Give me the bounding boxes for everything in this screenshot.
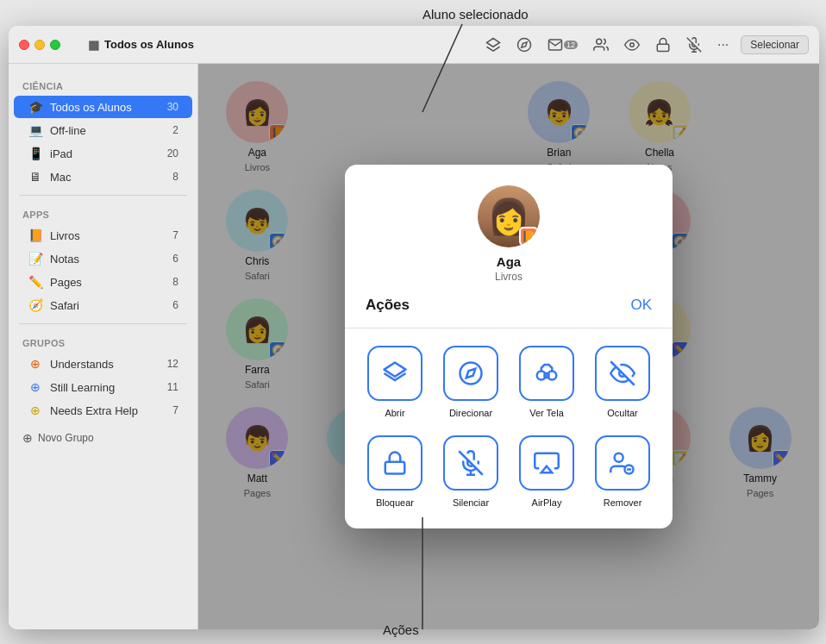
understands-icon: ⊕ (28, 357, 43, 371)
sidebar-item-todos-alunos[interactable]: 🎓 Todos os Alunos 30 (14, 96, 192, 118)
bloquear-icon-container (367, 435, 422, 491)
svg-marker-13 (466, 369, 476, 378)
sidebar-toggle-icon[interactable]: ▦ (88, 38, 99, 52)
plus-icon: ⊕ (22, 431, 33, 445)
maximize-button[interactable] (50, 40, 60, 50)
safari-icon: 🧭 (28, 298, 43, 312)
sidebar-still-learning-count: 11 (167, 381, 178, 393)
sidebar-item-livros[interactable]: 📙 Livros 7 (14, 224, 192, 247)
close-button[interactable] (19, 40, 29, 50)
layers-toolbar-button[interactable] (482, 35, 504, 54)
lock-icon (382, 450, 408, 476)
title-text: Todos os Alunos (104, 38, 194, 51)
svg-point-3 (517, 38, 530, 51)
sidebar-ipad-label: iPad (50, 147, 160, 160)
minimize-button[interactable] (34, 40, 45, 50)
actions-modal: 👩 📙 Aga Livros Ações OK (345, 165, 673, 528)
sidebar-item-ipad[interactable]: 📱 iPad 20 (14, 142, 192, 165)
modal-ok-button[interactable]: OK (630, 297, 652, 314)
sidebar-item-understands[interactable]: ⊕ Understands 12 (14, 353, 192, 375)
svg-point-5 (597, 39, 602, 44)
sidebar-needs-extra-help-label: Needs Extra Help (50, 404, 166, 417)
modal-student-app: Livros (495, 271, 523, 283)
more-toolbar-button[interactable]: ··· (714, 35, 732, 54)
sidebar-item-still-learning[interactable]: ⊕ Still Learning 11 (14, 376, 192, 398)
sidebar-notas-label: Notas (50, 253, 166, 266)
off-line-icon: 💻 (28, 123, 43, 137)
modal-overlay[interactable]: 👩 📙 Aga Livros Ações OK (198, 64, 819, 629)
sidebar-pages-label: Pages (50, 276, 166, 289)
modal-action-ocultar[interactable]: Ocultar (590, 342, 655, 422)
bloquear-label: Bloquear (376, 497, 414, 508)
mac-icon: 🖥 (28, 170, 43, 184)
titlebar-center: ▦ Todos os Alunos (71, 35, 809, 54)
sidebar-livros-label: Livros (50, 229, 166, 242)
modal-student-info: 👩 📙 Aga Livros (362, 185, 655, 283)
remove-user-icon (610, 450, 635, 476)
sidebar-section-apps: Apps (9, 203, 197, 223)
sidebar-item-needs-extra-help[interactable]: ⊕ Needs Extra Help 7 (14, 399, 192, 422)
mute-icon (458, 450, 484, 476)
sidebar-off-line-label: Off-line (50, 124, 166, 137)
sidebar-item-mac[interactable]: 🖥 Mac 8 (14, 166, 192, 188)
silenciar-label: Silenciar (453, 497, 489, 508)
new-group-button[interactable]: ⊕ Novo Grupo (9, 422, 197, 453)
airplay-label: AirPlay (532, 497, 562, 508)
sidebar-safari-count: 6 (172, 299, 178, 311)
svg-point-23 (615, 453, 623, 462)
modal-avatar-badge: 📙 (519, 227, 538, 246)
lock-toolbar-button[interactable] (652, 35, 674, 54)
remover-label: Remover (604, 497, 642, 508)
new-group-label: Novo Grupo (38, 432, 94, 444)
remover-icon-container (595, 435, 650, 491)
sidebar-item-safari[interactable]: 🧭 Safari 6 (14, 294, 192, 316)
select-button[interactable]: Selecionar (741, 35, 809, 54)
mute-toolbar-button[interactable] (683, 35, 705, 54)
sidebar-item-notas[interactable]: 📝 Notas 6 (14, 247, 192, 270)
svg-marker-4 (522, 41, 527, 47)
modal-action-ver-tela[interactable]: Ver Tela (514, 342, 579, 422)
pages-icon: ✏️ (28, 275, 43, 289)
titlebar: ▦ Todos os Alunos (9, 26, 819, 64)
main-content: 👩 📙 Aga Livros 👦 🧭 Brian Safari (198, 64, 819, 629)
todos-alunos-icon: 🎓 (28, 100, 43, 114)
sidebar-item-off-line[interactable]: 💻 Off-line 2 (14, 119, 192, 141)
compass-icon (458, 360, 484, 386)
modal-action-airplay[interactable]: AirPlay (514, 432, 579, 511)
svg-point-12 (460, 363, 482, 385)
mail-badge: 12 (564, 41, 578, 49)
svg-point-6 (630, 42, 635, 47)
sidebar-item-pages[interactable]: ✏️ Pages 8 (14, 271, 192, 293)
direcionar-icon-container (443, 346, 498, 401)
modal-avatar: 👩 📙 (478, 185, 540, 247)
eye-toolbar-button[interactable] (621, 35, 643, 54)
svg-rect-18 (385, 462, 405, 474)
traffic-lights (19, 40, 60, 50)
svg-rect-7 (657, 44, 669, 51)
sidebar-understands-count: 12 (167, 358, 178, 370)
mail-toolbar-button[interactable]: 12 (544, 35, 581, 54)
sidebar-off-line-count: 2 (172, 124, 178, 136)
modal-title: Ações (366, 297, 410, 314)
selected-student-annotation: Aluno selecionado (422, 7, 529, 22)
svg-marker-22 (541, 466, 553, 473)
modal-action-abrir[interactable]: Abrir (362, 342, 428, 422)
modal-action-direcionar[interactable]: Direcionar (438, 342, 504, 422)
compass-toolbar-button[interactable] (513, 35, 535, 54)
sidebar-todos-alunos-label: Todos os Alunos (50, 101, 160, 114)
sidebar-mac-count: 8 (172, 171, 178, 183)
abrir-icon-container (367, 346, 422, 401)
modal-action-silenciar[interactable]: Silenciar (438, 432, 504, 511)
toolbar-actions: 12 (482, 35, 809, 54)
silenciar-icon-container (443, 435, 498, 491)
group-toolbar-button[interactable] (590, 35, 612, 54)
ver-tela-label: Ver Tela (529, 408, 564, 418)
modal-header-row: Ações OK (362, 297, 655, 314)
ver-tela-icon-container (519, 346, 574, 401)
modal-action-remover[interactable]: Remover (590, 432, 655, 511)
notas-icon: 📝 (28, 252, 43, 266)
airplay-icon-container (519, 435, 574, 491)
binoculars-icon (534, 360, 560, 386)
modal-action-bloquear[interactable]: Bloquear (362, 432, 428, 511)
eye-off-icon (610, 360, 635, 386)
